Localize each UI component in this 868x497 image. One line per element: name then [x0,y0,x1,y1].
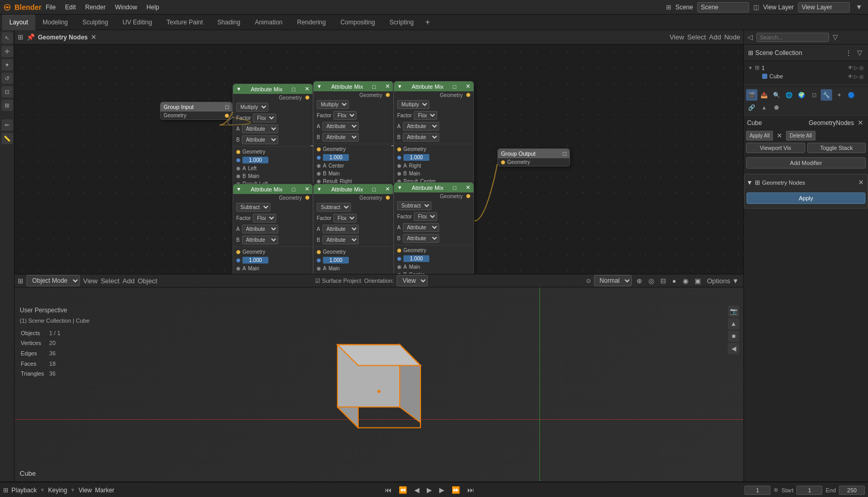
menu-file[interactable]: File [42,2,60,12]
attr-mix-4-geo2-socket[interactable] [236,250,240,254]
prop-icon-constraints[interactable]: 🔗 [746,102,757,113]
root-eye-icon[interactable]: 👁 [848,65,853,71]
apply-all-close[interactable]: ✕ [775,131,784,141]
options-button[interactable]: Options ▼ [706,276,740,286]
attr-mix-5-a-select[interactable]: Attribute [322,225,359,233]
viewport-object-menu[interactable]: Object [138,277,157,285]
viewlayer-input[interactable] [798,2,850,12]
node-select-menu[interactable]: Select [687,33,706,41]
attr-mix-6-node[interactable]: ▼ Attribute Mix □ ✕ Geometry Subtract [394,182,474,274]
attr-mix-5-geo2-socket[interactable] [317,250,321,254]
attr-mix-3-geo-in[interactable] [466,93,470,97]
sidebar-tool-rotate[interactable]: ↺ [2,73,13,84]
solid-button[interactable]: ● [671,276,678,286]
menu-edit[interactable]: Edit [61,2,80,12]
cube-item[interactable]: ▶ Cube 👁 ▷ ◎ [746,72,866,80]
modifier-close-btn[interactable]: ✕ [856,118,865,128]
attr-mix-4-operation[interactable]: Subtract [236,203,270,212]
marker-menu[interactable]: Marker [95,487,114,494]
attr-mix-3-vb-socket[interactable] [397,172,401,176]
attr-mix-5-node[interactable]: ▼ Attribute Mix □ ✕ Geometry Subtract [313,184,394,274]
attr-mix-5-b-select[interactable]: Attribute [322,236,359,244]
current-frame-input[interactable]: 1 [744,486,770,495]
attr-mix-3-close[interactable]: ✕ [466,83,470,90]
attr-mix-1-factor2-socket[interactable] [236,158,240,162]
attr-mix-3-operation[interactable]: Multiply [397,100,429,109]
prop-icon-material[interactable]: ⬟ [771,102,782,113]
right-search-input[interactable] [756,33,829,42]
attr-mix-1-factor-type[interactable]: Float [253,114,276,122]
attr-mix-2-geo-in[interactable] [386,93,390,97]
attr-mix-6-geo-in[interactable] [466,194,470,198]
attr-mix-3-b-select[interactable]: Attribute [403,133,439,142]
attr-mix-6-b-select[interactable]: Attribute [403,234,439,243]
viewport-select-menu[interactable]: Select [101,277,119,285]
geom-nodes-expand[interactable]: ▼ [747,179,753,186]
node-editor-mode-icon[interactable]: ⊞ [18,33,23,41]
attr-mix-4-collapse[interactable]: □ [292,186,295,192]
collection-root[interactable]: ▼ ⊞ 1 👁 ▷ ◎ [746,63,866,72]
playback-menu[interactable]: Playback [11,487,37,494]
group-output-geo-socket[interactable] [501,160,505,164]
cube-eye-icon[interactable]: 👁 [848,74,853,79]
prev-keyframe-btn[interactable]: ⏪ [397,485,409,495]
step-back-btn[interactable]: ◀ [412,485,422,495]
toggle-stack-button[interactable]: Toggle Stack [807,143,866,153]
sidebar-tool-cursor[interactable]: ✛ [2,46,13,57]
sidebar-tool-annotate[interactable]: ✏ [2,119,13,131]
timeline-type-icon[interactable]: ⊞ [3,487,8,494]
tab-rendering[interactable]: Rendering [290,15,333,30]
attr-mix-1-a-select[interactable]: Attribute [242,125,278,133]
sidebar-tool-scale[interactable]: ⊡ [2,86,13,98]
prop-icon-output[interactable]: 📤 [758,89,770,101]
attr-mix-2-vb-socket[interactable] [317,172,321,176]
menu-window[interactable]: Window [111,2,141,12]
attr-mix-2-factor-type[interactable]: Float [333,111,357,120]
attr-mix-4-va-socket[interactable] [236,267,240,271]
attr-mix-1-factor-value[interactable]: 1.000 [242,157,268,163]
prop-icon-world[interactable]: 🌍 [796,89,807,101]
attr-mix-5-factor-type[interactable]: Float [333,214,357,223]
prop-icon-scene[interactable]: 🌐 [783,89,795,101]
view-menu[interactable]: View [78,487,92,494]
viewport-mode-select[interactable]: Object Mode [26,275,80,286]
scene-collection-filter[interactable]: ▽ [856,48,864,58]
attr-mix-6-factor-type[interactable]: Float [414,212,437,221]
attr-mix-5-geo-in[interactable] [386,196,390,200]
attr-mix-1-close[interactable]: ✕ [305,86,309,92]
overlay-button[interactable]: ⊕ [635,276,644,286]
attr-mix-4-factor-type[interactable]: Float [253,214,276,223]
sidebar-tool-move[interactable]: ✦ [2,59,13,71]
attr-mix-2-geo2-socket[interactable] [317,147,321,151]
attr-mix-2-a-select[interactable]: Attribute [322,122,359,131]
group-input-collapse[interactable]: □ [225,104,229,110]
vp-tool-top[interactable]: ▲ [728,318,739,329]
viewport-vis-button[interactable]: Viewport Vis [746,143,805,153]
attr-mix-3-factor-value[interactable]: 1.000 [403,154,429,161]
node-editor-pin-icon[interactable]: 📌 [26,33,35,41]
tab-compositing[interactable]: Compositing [333,15,383,30]
attr-mix-4-geo-in[interactable] [305,196,309,200]
group-output-collapse[interactable]: □ [563,150,566,157]
node-editor-close-icon[interactable]: ✕ [91,33,97,41]
attr-mix-2-operation[interactable]: Multiply [317,100,349,109]
attr-mix-6-a-select[interactable]: Attribute [403,223,439,232]
attr-mix-4-factor-value[interactable]: 1.000 [242,257,268,264]
tab-modeling[interactable]: Modeling [35,15,75,30]
prop-icon-object[interactable]: ⊡ [808,89,820,101]
vp-tool-side[interactable]: ◀ [728,343,739,354]
attr-mix-5-va-socket[interactable] [317,267,321,271]
sidebar-tool-measure[interactable]: 📏 [2,133,13,144]
filter-button[interactable]: ▼ [854,2,864,12]
attr-mix-3-a-select[interactable]: Attribute [403,122,439,131]
attr-mix-5-close[interactable]: ✕ [385,186,390,192]
end-frame-input[interactable]: 250 [839,486,865,495]
attr-mix-5-factor2-socket[interactable] [317,258,321,263]
wireframe-button[interactable]: ⊟ [659,276,668,286]
attr-mix-6-factor2-socket[interactable] [397,257,401,261]
group-output-node[interactable]: Group Output □ Geometry [497,148,570,167]
viewport-mode-icon[interactable]: ⊞ [18,277,23,285]
attr-mix-6-geo2-socket[interactable] [397,248,401,253]
cube-render-icon[interactable]: ◎ [859,74,864,79]
attr-mix-3-factor2-socket[interactable] [397,156,401,160]
